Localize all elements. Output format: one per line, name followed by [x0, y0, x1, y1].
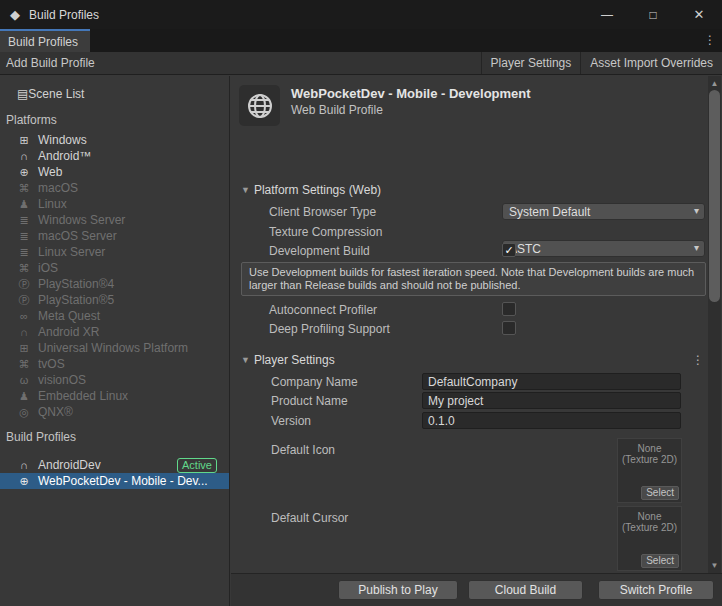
platforms-section-header: Platforms — [0, 112, 229, 127]
development-build-checkbox[interactable]: ✓ — [502, 243, 516, 257]
scroll-down-icon[interactable]: ▼ — [708, 559, 721, 572]
profile-item-androiddev[interactable]: ∩ AndroidDev Active — [0, 457, 229, 473]
tab-build-profiles[interactable]: Build Profiles — [0, 29, 90, 52]
switch-profile-button[interactable]: Switch Profile — [598, 580, 714, 600]
client-browser-type-dropdown[interactable]: System Default ▾ — [502, 203, 705, 220]
platform-label: macOS Server — [38, 229, 117, 243]
profile-item-webpocketdev[interactable]: ⊕ WebPocketDev - Mobile - Dev... — [0, 473, 229, 489]
tab-menu-kebab-icon[interactable]: ⋮ — [702, 32, 718, 48]
platform-settings-foldout[interactable]: ▼ Platform Settings (Web) — [241, 183, 381, 197]
platform-label: macOS — [38, 181, 78, 195]
maximize-button[interactable]: □ — [630, 0, 676, 29]
platform-label: visionOS — [38, 373, 86, 387]
vertical-scrollbar[interactable]: ▲ ▼ — [708, 76, 721, 573]
texture-compression-label: Texture Compression — [269, 225, 382, 239]
sidebar-item-windows[interactable]: ⊞Windows — [0, 132, 229, 148]
select-texture-button[interactable]: Select — [641, 486, 679, 500]
player-settings-button[interactable]: Player Settings — [481, 52, 581, 74]
playstation-icon: Ⓟ — [17, 277, 31, 292]
close-button[interactable]: ✕ — [676, 0, 722, 29]
profile-label: WebPocketDev - Mobile - Dev... — [38, 474, 208, 488]
chevron-down-icon: ▾ — [694, 205, 699, 216]
player-settings-kebab-icon[interactable]: ⋮ — [690, 353, 706, 367]
platform-settings-title: Platform Settings (Web) — [254, 183, 381, 197]
sidebar-item-linux-server[interactable]: ≣Linux Server — [0, 244, 229, 260]
client-browser-type-label: Client Browser Type — [269, 205, 376, 219]
sidebar-item-web[interactable]: ⊕Web — [0, 164, 229, 180]
sidebar-item-tvos[interactable]: ⌘tvOS — [0, 356, 229, 372]
unity-logo-icon: ◆ — [10, 7, 20, 22]
sidebar: ▤ Scene List Platforms ⊞Windows ∩Android… — [0, 76, 230, 606]
window-titlebar: ◆ Build Profiles — □ ✕ — [0, 0, 722, 29]
qnx-icon: ◎ — [17, 406, 31, 419]
sidebar-item-windows-server[interactable]: ≣Windows Server — [0, 212, 229, 228]
profile-detail-panel: WebPocketDev - Mobile - Development Web … — [231, 76, 722, 606]
android-icon: ∩ — [17, 326, 31, 338]
default-cursor-object-field[interactable]: None (Texture 2D) Select — [617, 506, 682, 571]
minimize-button[interactable]: — — [584, 0, 630, 29]
server-icon: ≣ — [17, 214, 31, 227]
web-globe-icon: ⊕ — [17, 475, 31, 488]
platform-label: Web — [38, 165, 62, 179]
tab-strip: Build Profiles ⋮ — [0, 29, 722, 52]
publish-to-play-button[interactable]: Publish to Play — [338, 580, 458, 600]
platform-label: tvOS — [38, 357, 65, 371]
apple-icon: ⌘ — [17, 182, 31, 195]
player-settings-title: Player Settings — [254, 353, 335, 367]
player-settings-foldout[interactable]: ▼ Player Settings — [241, 353, 335, 367]
texture-type-text: (Texture 2D) — [618, 522, 681, 533]
development-build-helpbox: Use Development builds for fastest itera… — [241, 262, 706, 296]
sidebar-item-visionos[interactable]: ωvisionOS — [0, 372, 229, 388]
window-controls: — □ ✕ — [584, 0, 722, 29]
windows-icon: ⊞ — [17, 134, 31, 147]
sidebar-item-linux[interactable]: ♟Linux — [0, 196, 229, 212]
texture-type-text: (Texture 2D) — [618, 454, 681, 465]
company-name-label: Company Name — [271, 375, 358, 389]
platform-label: Windows Server — [38, 213, 125, 227]
sidebar-item-macos[interactable]: ⌘macOS — [0, 180, 229, 196]
platform-label: PlayStation®4 — [38, 277, 114, 291]
platform-label: iOS — [38, 261, 58, 275]
sidebar-item-playstation5[interactable]: ⓅPlayStation®5 — [0, 292, 229, 308]
sidebar-item-android-xr[interactable]: ∩Android XR — [0, 324, 229, 340]
sidebar-item-embedded-linux[interactable]: ♟Embedded Linux — [0, 388, 229, 404]
sidebar-item-android[interactable]: ∩Android™ — [0, 148, 229, 164]
autoconnect-profiler-checkbox[interactable] — [502, 302, 516, 316]
default-icon-object-field[interactable]: None (Texture 2D) Select — [617, 438, 682, 503]
scene-list-icon: ▤ — [17, 87, 28, 101]
platform-label: Linux Server — [38, 245, 105, 259]
playstation-icon: Ⓟ — [17, 293, 31, 308]
asset-import-overrides-button[interactable]: Asset Import Overrides — [580, 52, 722, 74]
platform-label: Embedded Linux — [38, 389, 128, 403]
cloud-build-button[interactable]: Cloud Build — [468, 580, 583, 600]
autoconnect-profiler-label: Autoconnect Profiler — [269, 303, 377, 317]
scroll-up-icon[interactable]: ▲ — [708, 77, 721, 90]
profile-header-icon-box — [239, 85, 280, 126]
sidebar-item-macos-server[interactable]: ≣macOS Server — [0, 228, 229, 244]
sidebar-item-uwp[interactable]: ⊞Universal Windows Platform — [0, 340, 229, 356]
sidebar-item-ios[interactable]: ⌘iOS — [0, 260, 229, 276]
sidebar-item-meta-quest[interactable]: ∞Meta Quest — [0, 308, 229, 324]
platform-label: Android XR — [38, 325, 99, 339]
version-field[interactable]: 0.1.0 — [422, 412, 681, 429]
chevron-down-icon: ▾ — [694, 242, 699, 253]
add-build-profile-button[interactable]: Add Build Profile — [6, 52, 95, 74]
texture-compression-dropdown[interactable]: ASTC ▾ — [502, 240, 705, 257]
scene-list-label: Scene List — [28, 87, 84, 101]
default-cursor-label: Default Cursor — [271, 511, 348, 525]
texture-none-text: None — [618, 443, 681, 454]
profile-subtitle: Web Build Profile — [291, 103, 383, 117]
build-profiles-section-header: Build Profiles — [0, 429, 229, 444]
scrollbar-thumb[interactable] — [709, 90, 720, 302]
sidebar-item-qnx[interactable]: ◎QNX® — [0, 404, 229, 420]
platform-label: PlayStation®5 — [38, 293, 114, 307]
goggles-icon: ω — [17, 374, 31, 386]
sidebar-item-scene-list[interactable]: ▤ Scene List — [0, 85, 229, 103]
deep-profiling-label: Deep Profiling Support — [269, 322, 390, 336]
company-name-field[interactable]: DefaultCompany — [422, 373, 681, 390]
product-name-field[interactable]: My project — [422, 392, 681, 409]
sidebar-item-playstation4[interactable]: ⓅPlayStation®4 — [0, 276, 229, 292]
deep-profiling-checkbox[interactable] — [502, 321, 516, 335]
globe-icon — [247, 93, 273, 119]
select-texture-button[interactable]: Select — [641, 554, 679, 568]
